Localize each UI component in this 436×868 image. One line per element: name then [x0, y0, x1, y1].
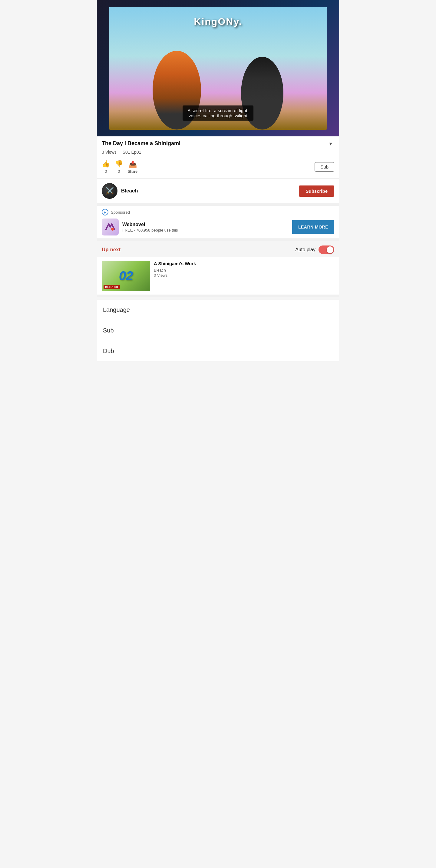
ad-subtitle: FREE · 760,958 people use this	[122, 228, 289, 232]
next-video-item[interactable]: 02 BLEACH A Shinigami's Work Bleach 0 Vi…	[97, 257, 339, 295]
view-count: 3 Views	[102, 150, 116, 155]
thumb-series-label: BLEACH	[104, 285, 120, 289]
chevron-down-button[interactable]: ▼	[327, 140, 334, 148]
next-video-info: A Shinigami's Work Bleach 0 Views	[154, 261, 334, 291]
menu-item-dub[interactable]: Dub	[97, 341, 339, 361]
up-next-label: Up next	[102, 247, 121, 253]
thumbs-down-icon: 👎	[115, 160, 123, 168]
autoplay-text: Auto play	[295, 247, 315, 252]
thumbs-up-icon: 👍	[102, 160, 110, 168]
video-info-section: The Day I Became a Shinigami ▼ 3 Views S…	[97, 136, 339, 179]
dislike-count: 0	[118, 169, 120, 174]
sponsored-section: ▶ Sponsored Webnovel FREE · 760,958 peop…	[97, 206, 339, 239]
divider-2	[97, 239, 339, 241]
menu-item-sub[interactable]: Sub	[97, 320, 339, 341]
channel-name: Bleach	[121, 188, 299, 194]
toggle-thumb	[327, 246, 333, 253]
menu-item-language: Language	[97, 300, 339, 320]
episode-label: S01 Ep01	[123, 150, 141, 155]
divider-1	[97, 204, 339, 206]
sponsored-play-icon: ▶	[102, 209, 108, 216]
next-video-views: 0 Views	[154, 273, 334, 278]
subscribe-button[interactable]: Subscribe	[299, 185, 334, 197]
autoplay-row: Auto play	[295, 246, 334, 254]
like-count: 0	[105, 169, 107, 174]
divider-3	[97, 295, 339, 297]
video-subtitle: A secret fire, a scream of light, voices…	[182, 105, 254, 121]
share-icon: 📤	[129, 160, 137, 168]
learn-more-button[interactable]: LEARN MORE	[292, 220, 334, 234]
next-video-channel: Bleach	[154, 268, 334, 273]
ad-info: Webnovel FREE · 760,958 people use this	[122, 222, 289, 232]
sponsored-label-text: Sponsored	[111, 210, 130, 215]
avatar-image: ⚔️	[102, 183, 118, 199]
share-button[interactable]: 📤 Share	[128, 159, 142, 175]
ad-title: Webnovel	[122, 222, 289, 227]
svg-point-0	[111, 227, 114, 230]
next-video-thumbnail: 02 BLEACH	[102, 261, 150, 291]
up-next-header: Up next Auto play	[97, 241, 339, 257]
channel-row: ⚔️ Bleach Subscribe	[97, 179, 339, 204]
video-logo: KingONy.	[194, 16, 242, 27]
video-title: The Day I Became a Shinigami	[102, 140, 325, 147]
thumb-episode-number: 02	[119, 269, 133, 283]
ad-logo	[102, 218, 119, 236]
next-video-title: A Shinigami's Work	[154, 261, 334, 267]
bottom-language-menu: Language Sub Dub	[97, 300, 339, 361]
like-button[interactable]: 👍 0	[102, 159, 115, 175]
chevron-down-icon: ▼	[328, 141, 333, 146]
video-player[interactable]: KingONy. A secret fire, a scream of ligh…	[97, 0, 339, 136]
autoplay-toggle[interactable]	[318, 246, 334, 254]
ad-row[interactable]: Webnovel FREE · 760,958 people use this …	[102, 218, 334, 236]
sub-lang-button[interactable]: Sub	[314, 162, 334, 172]
dislike-button[interactable]: 👎 0	[115, 159, 128, 175]
channel-avatar[interactable]: ⚔️	[102, 183, 118, 199]
share-label: Share	[128, 169, 137, 174]
